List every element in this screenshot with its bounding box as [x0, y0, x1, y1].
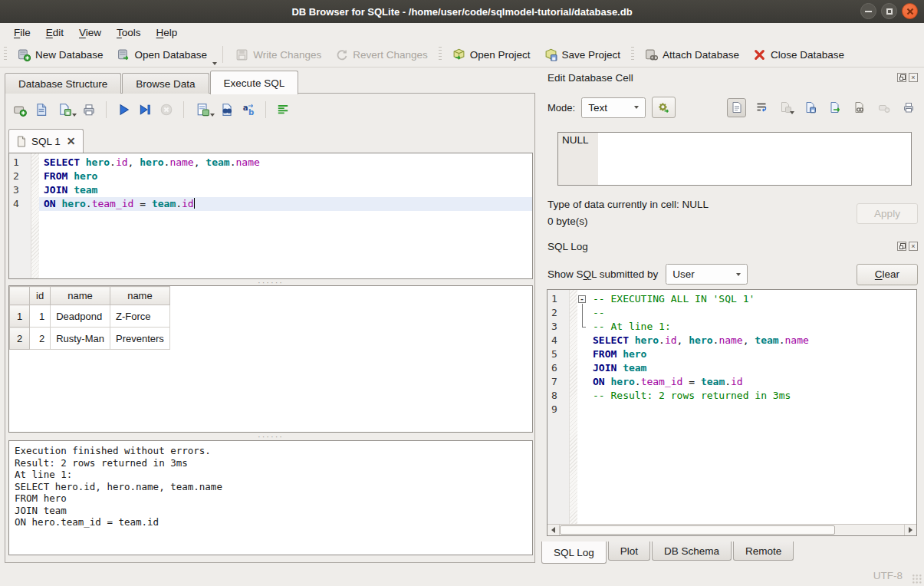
stop-execution-button[interactable] [156, 100, 176, 120]
tab-remote[interactable]: Remote [733, 542, 794, 561]
text-view-button[interactable] [727, 98, 746, 117]
float-dock-icon[interactable] [897, 73, 906, 82]
word-wrap-button[interactable] [751, 98, 771, 117]
code-line: 2FROM hero [9, 170, 532, 183]
open-database-button[interactable]: Open Database [110, 45, 215, 64]
open-project-button[interactable]: Open Project [446, 45, 538, 64]
find-icon [220, 103, 234, 117]
replace-button[interactable]: ab [238, 100, 258, 120]
tab-plot[interactable]: Plot [608, 542, 650, 561]
close-sql-tab-icon[interactable]: ✕ [67, 135, 76, 147]
minimize-button[interactable] [860, 3, 876, 19]
apply-button[interactable]: Apply [857, 203, 918, 224]
maximize-button[interactable] [881, 3, 897, 19]
table-cell[interactable]: Preventers [110, 328, 169, 350]
revert-changes-icon [335, 48, 348, 61]
results-corner-header[interactable] [10, 287, 30, 305]
fold-marker [577, 320, 588, 334]
scroll-right-icon[interactable] [904, 525, 916, 535]
format-sql-button[interactable] [273, 100, 293, 120]
import-cell-data-button[interactable] [801, 98, 820, 117]
toolbar-grip[interactable] [631, 47, 634, 62]
tab-sql-log[interactable]: SQL Log [541, 542, 607, 564]
new-database-button[interactable]: New Database [11, 45, 110, 64]
table-cell[interactable]: Deadpond [51, 305, 110, 328]
export-cell-data-button[interactable] [825, 98, 844, 117]
horizontal-scrollbar[interactable] [547, 524, 916, 535]
clear-log-button[interactable]: Clear [857, 264, 918, 285]
line-number: 4 [9, 197, 31, 211]
print-cell-button[interactable] [899, 98, 918, 117]
row-header[interactable]: 2 [10, 328, 30, 350]
save-results-button[interactable] [191, 100, 215, 120]
cell-value-editor[interactable]: NULL [557, 132, 912, 186]
copy-link-button[interactable] [850, 98, 869, 117]
write-changes-button[interactable]: Write Changes [229, 45, 328, 64]
scroll-left-icon[interactable] [547, 525, 560, 535]
fold-marker [577, 389, 588, 403]
open-database-dropdown-icon[interactable] [212, 62, 217, 65]
scrollbar-thumb[interactable] [560, 525, 835, 535]
table-cell[interactable]: Rusty-Man [51, 328, 110, 350]
menu-file[interactable]: File [6, 25, 38, 41]
table-cell[interactable]: 2 [30, 328, 51, 350]
results-column-header[interactable]: name [110, 287, 169, 305]
close-button[interactable] [902, 3, 918, 19]
menu-tools[interactable]: Tools [109, 25, 149, 41]
auto-switch-mode-button[interactable] [652, 97, 676, 118]
menu-help[interactable]: Help [149, 25, 186, 41]
tab-database-structure[interactable]: Database Structure [5, 73, 121, 94]
tab-db-schema[interactable]: DB Schema [652, 542, 732, 561]
submitted-by-select[interactable]: User [666, 264, 748, 285]
sql-log-view[interactable]: 1--- EXECUTING ALL IN 'SQL 1'2--3-- At l… [547, 289, 917, 536]
chevron-down-icon [736, 273, 741, 276]
execute-all-button[interactable] [113, 100, 133, 120]
tab-execute-sql[interactable]: Execute SQL [210, 71, 299, 94]
execute-line-icon [138, 103, 152, 117]
table-cell[interactable]: 1 [30, 305, 51, 328]
find-button[interactable] [217, 100, 237, 120]
menu-view[interactable]: View [71, 25, 109, 41]
tab-browse-data[interactable]: Browse Data [122, 73, 209, 94]
print-sql-button[interactable] [79, 100, 99, 120]
code-line: 1SELECT hero.id, hero.name, team.name [9, 156, 532, 170]
splitter-handle[interactable] [8, 279, 533, 285]
cell-type-info: Type of data currently in cell: NULL [547, 199, 709, 210]
execute-line-button[interactable] [135, 100, 155, 120]
import-icon [804, 101, 817, 114]
table-row[interactable]: 11DeadpondZ-Force [10, 305, 170, 328]
sql-editor[interactable]: 1SELECT hero.id, hero.name, team.name2FR… [8, 153, 533, 279]
set-null-button[interactable] [874, 98, 893, 117]
open-sql-file-button[interactable] [31, 100, 51, 120]
fold-marker[interactable]: - [577, 292, 588, 306]
results-column-header[interactable]: id [30, 287, 51, 305]
table-row[interactable]: 22Rusty-ManPreventers [10, 328, 170, 350]
line-number: 7 [547, 375, 569, 389]
save-sql-file-button[interactable] [53, 100, 77, 120]
window-titlebar[interactable]: DB Browser for SQLite - /home/user/code/… [0, 0, 924, 23]
table-cell[interactable]: Z-Force [110, 305, 169, 328]
save-results-dropdown-icon [210, 114, 215, 117]
toolbar-grip[interactable] [439, 47, 442, 62]
sql-editor-tab[interactable]: SQL 1 ✕ [8, 129, 84, 153]
close-dock-icon[interactable]: × [909, 73, 918, 82]
open-project-icon [452, 48, 465, 61]
results-column-header[interactable]: name [51, 287, 110, 305]
splitter-handle[interactable] [8, 433, 533, 440]
save-project-button[interactable]: Save Project [538, 45, 628, 64]
close-database-button[interactable]: Close Database [746, 45, 851, 64]
float-dock-icon[interactable] [897, 242, 906, 251]
resize-grip[interactable] [912, 574, 922, 584]
results-grid[interactable]: idnamename11DeadpondZ-Force22Rusty-ManPr… [8, 285, 533, 433]
revert-changes-button[interactable]: Revert Changes [328, 45, 435, 64]
row-header[interactable]: 1 [10, 305, 30, 328]
save-project-icon [544, 48, 557, 61]
mode-select[interactable]: Text [581, 97, 646, 118]
window-title: DB Browser for SQLite - /home/user/code/… [291, 6, 632, 18]
attach-database-button[interactable]: Attach Database [638, 45, 746, 64]
menu-edit[interactable]: Edit [38, 25, 71, 41]
save-cell-button[interactable] [776, 98, 795, 117]
open-sql-tab-button[interactable] [10, 100, 30, 120]
toolbar-grip[interactable] [4, 47, 7, 62]
close-dock-icon[interactable]: × [909, 242, 918, 251]
